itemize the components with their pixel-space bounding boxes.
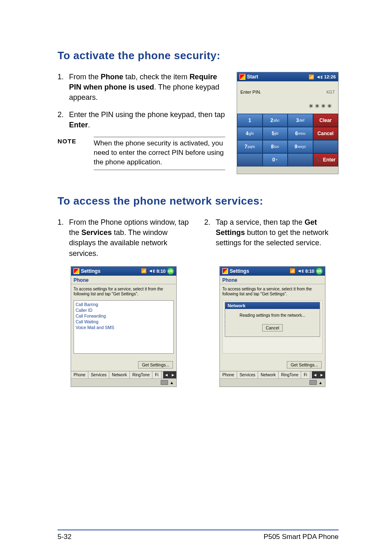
step-num: 1. [58, 72, 69, 103]
get-settings-button[interactable]: Get Settings... [138, 361, 173, 368]
tabs-row: PhoneServicesNetworkRingToneFi◄► [220, 371, 325, 378]
keypad-key-6[interactable]: 6mno [288, 127, 313, 140]
operator-label: KGT [326, 90, 335, 94]
popup-body: Reading settings from the network... [225, 309, 320, 321]
services-instruction: To access settings for a service, select… [71, 284, 176, 300]
step-num: 2. [58, 110, 69, 130]
keypad-key-8[interactable]: 8tuv [263, 140, 288, 153]
keypad-cancel[interactable]: Cancel [313, 127, 339, 140]
tab-ringtone[interactable]: RingTone [130, 371, 152, 378]
signal-icon: 📶 [309, 74, 314, 80]
volume-icon: ◄ᴇ [148, 268, 155, 274]
tab-phone[interactable]: Phone [220, 371, 237, 378]
keyboard-icon[interactable] [309, 380, 317, 385]
keypad-key-9[interactable]: 9wxyz [288, 140, 313, 153]
signal-icon: 📶 [290, 268, 295, 274]
step-1-services: 1. From the Phone options window, tap th… [58, 217, 192, 259]
start-flag-icon[interactable] [222, 268, 228, 274]
step-body: Enter the PIN using the phone keypad, th… [69, 110, 225, 130]
section2-heading: To access the phone network services: [58, 195, 339, 207]
ok-button[interactable]: ok [167, 268, 174, 274]
up-arrow-icon[interactable]: ▲ [318, 380, 323, 385]
tab-services[interactable]: Services [237, 371, 258, 378]
product-name: P505 Smart PDA Phone [264, 533, 339, 541]
step-2: 2. Enter the PIN using the phone keypad,… [58, 110, 225, 130]
cancel-button[interactable]: Cancel [262, 324, 283, 332]
tab-fi[interactable]: Fi [301, 371, 310, 378]
services-instruction: To access settings for a service, select… [220, 284, 325, 300]
phone-header: Phone [220, 276, 325, 284]
note: NOTE When the phone security is activate… [58, 137, 225, 170]
keypad-key-blank [313, 140, 339, 153]
keypad-key-4[interactable]: 4ghi [237, 127, 263, 140]
tab-fi[interactable]: Fi [152, 371, 161, 378]
ok-button[interactable]: ok [316, 268, 323, 274]
get-settings-button[interactable]: Get Settings... [287, 361, 322, 368]
keypad-enter[interactable]: 📞 Enter [313, 153, 339, 166]
clock: 12:26 [324, 74, 336, 79]
screen-footer [237, 166, 338, 174]
popup-title: Network [225, 302, 320, 309]
settings-title: Settings [230, 268, 249, 274]
start-flag-icon[interactable] [240, 74, 245, 80]
keypad: 12abc3defClear4ghi5jkl6mnoCancel7pqrs8tu… [237, 113, 338, 166]
step-2-services: 2. Tap a service, then tap the Get Setti… [204, 217, 339, 259]
clock: 8:10 [157, 269, 166, 274]
volume-icon: ◄ᴇ [297, 268, 304, 274]
keypad-key-3[interactable]: 3def [288, 114, 313, 127]
service-item[interactable]: Call Barring [76, 302, 172, 307]
tab-scroll-left[interactable]: ◄ [312, 371, 318, 378]
note-label: NOTE [58, 137, 94, 170]
keypad-clear[interactable]: Clear [313, 114, 339, 127]
step-body: From the Phone tab, check the item Requi… [69, 72, 225, 103]
services-list[interactable]: Call BarringCaller IDCall ForwardingCall… [74, 300, 174, 354]
network-popup: Network Reading settings from the networ… [225, 302, 320, 337]
service-item[interactable]: Call Forwarding [76, 313, 172, 319]
tab-scroll-left[interactable]: ◄ [163, 371, 170, 378]
keypad-key-5[interactable]: 5jkl [263, 127, 288, 140]
keypad-key-blank [288, 153, 313, 166]
page-number: 5-32 [58, 533, 71, 541]
settings-services-screen: Settings 📶 ◄ᴇ 8:10 ok Phone To access se… [71, 266, 177, 387]
tab-network[interactable]: Network [258, 371, 279, 378]
up-arrow-icon[interactable]: ▲ [170, 380, 174, 385]
phone-header: Phone [71, 276, 176, 284]
settings-title: Settings [81, 268, 100, 274]
keypad-key-blank [237, 153, 263, 166]
start-label[interactable]: Start [247, 74, 258, 80]
keypad-key-1[interactable]: 1 [237, 114, 263, 127]
signal-icon: 📶 [141, 268, 147, 274]
pin-display: ✳✳✳✳ [237, 100, 338, 113]
tab-scroll-right[interactable]: ► [318, 371, 325, 378]
tabs-row: PhoneServicesNetworkRingToneFi◄► [71, 371, 176, 378]
pin-entry-screen: Start 📶 ◄ᴇ 12:26 Enter PIN. KGT ✳✳✳✳ 12a… [237, 72, 339, 174]
section1-heading: To activate the phone security: [58, 49, 339, 62]
note-body: When the phone security is activated, yo… [94, 137, 225, 170]
keypad-key-0[interactable]: 0+ [263, 153, 288, 166]
service-item[interactable]: Caller ID [76, 307, 172, 313]
service-item[interactable]: Voice Mail and SMS [76, 325, 172, 330]
clock: 8:10 [305, 269, 314, 274]
tab-scroll-right[interactable]: ► [170, 371, 176, 378]
tab-ringtone[interactable]: RingTone [279, 371, 301, 378]
step-1: 1. From the Phone tab, check the item Re… [58, 72, 225, 103]
page-footer: 5-32 P505 Smart PDA Phone [58, 530, 339, 541]
settings-network-popup-screen: Settings 📶 ◄ᴇ 8:10 ok Phone To access se… [219, 266, 325, 387]
tab-phone[interactable]: Phone [71, 371, 88, 378]
title-bar: Start 📶 ◄ᴇ 12:26 [237, 72, 338, 81]
service-item[interactable]: Call Waiting [76, 319, 172, 325]
volume-icon: ◄ᴇ [316, 74, 323, 80]
tab-services[interactable]: Services [88, 371, 109, 378]
keypad-key-7[interactable]: 7pqrs [237, 140, 263, 153]
tab-network[interactable]: Network [109, 371, 130, 378]
keyboard-icon[interactable] [161, 380, 168, 385]
keypad-key-2[interactable]: 2abc [263, 114, 288, 127]
pin-prompt: Enter PIN. [240, 90, 261, 94]
start-flag-icon[interactable] [74, 268, 79, 274]
